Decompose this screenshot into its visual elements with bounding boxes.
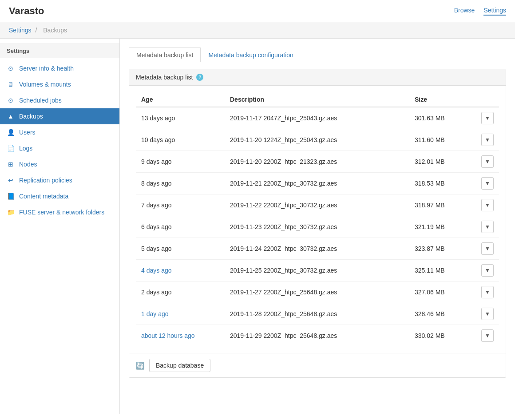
cell-description: 2019-11-20 1224Z_htpc_25043.gz.aes <box>225 129 409 151</box>
cell-size: 318.53 MB <box>409 173 476 194</box>
sidebar-item-logs[interactable]: 📄 Logs <box>0 140 119 156</box>
cell-age: 7 days ago <box>136 194 225 216</box>
cell-age: 2 days ago <box>136 281 225 303</box>
nav-settings[interactable]: Settings <box>483 7 506 16</box>
main-layout: Settings ⊙ Server info & health 🖥 Volume… <box>0 39 515 414</box>
download-button[interactable]: ▼ <box>481 177 494 190</box>
sidebar: Settings ⊙ Server info & health 🖥 Volume… <box>0 39 120 414</box>
age-link[interactable]: 4 days ago <box>141 267 172 274</box>
cell-age: 13 days ago <box>136 107 225 129</box>
sidebar-item-server-info[interactable]: ⊙ Server info & health <box>0 60 119 76</box>
breadcrumb-current: Backups <box>43 27 67 34</box>
download-button[interactable]: ▼ <box>481 112 494 124</box>
sidebar-item-backups[interactable]: ▲ Backups <box>0 108 119 124</box>
cell-description: 2019-11-29 2200Z_htpc_25648.gz.aes <box>225 325 409 347</box>
cell-description: 2019-11-27 2200Z_htpc_25648.gz.aes <box>225 281 409 303</box>
col-header-size: Size <box>409 92 476 107</box>
cell-size: 328.46 MB <box>409 303 476 325</box>
cell-description: 2019-11-28 2200Z_htpc_25648.gz.aes <box>225 303 409 325</box>
download-button[interactable]: ▼ <box>481 242 494 255</box>
sidebar-item-volumes[interactable]: 🖥 Volumes & mounts <box>0 76 119 92</box>
sidebar-item-label: Content metadata <box>19 193 68 200</box>
replication-icon: ↩ <box>7 176 15 184</box>
cell-age: 1 day ago <box>136 303 225 325</box>
sidebar-item-content-metadata[interactable]: 📘 Content metadata <box>0 188 119 204</box>
users-icon: 👤 <box>7 128 15 136</box>
sidebar-item-scheduled-jobs[interactable]: ⊙ Scheduled jobs <box>0 92 119 108</box>
cell-age: 9 days ago <box>136 151 225 173</box>
cell-age: 4 days ago <box>136 260 225 281</box>
cell-description: 2019-11-24 2200Z_htpc_30732.gz.aes <box>225 238 409 260</box>
cell-description: 2019-11-20 2200Z_htpc_21323.gz.aes <box>225 151 409 173</box>
cell-action: ▼ <box>476 260 499 281</box>
nav-browse[interactable]: Browse <box>454 7 475 16</box>
refresh-icon[interactable]: 🔄 <box>136 361 145 370</box>
download-button[interactable]: ▼ <box>481 308 494 320</box>
tab-metadata-backup-config[interactable]: Metadata backup configuration <box>201 48 301 62</box>
table-row: about 12 hours ago2019-11-29 2200Z_htpc_… <box>136 325 499 347</box>
cell-description: 2019-11-22 2200Z_htpc_30732.gz.aes <box>225 194 409 216</box>
cell-description: 2019-11-17 2047Z_htpc_25043.gz.aes <box>225 107 409 129</box>
cell-action: ▼ <box>476 281 499 303</box>
table-row: 9 days ago2019-11-20 2200Z_htpc_21323.gz… <box>136 151 499 173</box>
sidebar-item-label: Backups <box>19 113 43 120</box>
content-area: Metadata backup list Metadata backup con… <box>120 39 515 414</box>
sidebar-item-users[interactable]: 👤 Users <box>0 124 119 140</box>
sidebar-item-nodes[interactable]: ⊞ Nodes <box>0 156 119 172</box>
sidebar-item-label: Replication policies <box>19 177 72 184</box>
age-link[interactable]: 1 day ago <box>141 310 169 317</box>
cell-action: ▼ <box>476 303 499 325</box>
download-button[interactable]: ▼ <box>481 199 494 211</box>
cell-action: ▼ <box>476 325 499 347</box>
table-row: 1 day ago2019-11-28 2200Z_htpc_25648.gz.… <box>136 303 499 325</box>
age-link[interactable]: about 12 hours ago <box>141 332 195 339</box>
download-button[interactable]: ▼ <box>481 286 494 298</box>
action-row: 🔄 Backup database <box>129 353 506 377</box>
fuse-server-icon: 📁 <box>7 208 15 216</box>
cell-action: ▼ <box>476 194 499 216</box>
table-row: 8 days ago2019-11-21 2200Z_htpc_30732.gz… <box>136 173 499 194</box>
backup-database-button[interactable]: Backup database <box>149 359 210 372</box>
tabs: Metadata backup list Metadata backup con… <box>129 48 506 62</box>
sidebar-item-fuse-server[interactable]: 📁 FUSE server & network folders <box>0 204 119 220</box>
header-nav: Browse Settings <box>454 7 506 16</box>
sidebar-item-label: Logs <box>19 145 32 152</box>
cell-description: 2019-11-21 2200Z_htpc_30732.gz.aes <box>225 173 409 194</box>
help-icon[interactable]: ? <box>196 74 203 81</box>
cell-size: 318.97 MB <box>409 194 476 216</box>
table-row: 13 days ago2019-11-17 2047Z_htpc_25043.g… <box>136 107 499 129</box>
table-row: 5 days ago2019-11-24 2200Z_htpc_30732.gz… <box>136 238 499 260</box>
cell-size: 321.19 MB <box>409 216 476 238</box>
cell-age: 5 days ago <box>136 238 225 260</box>
content-metadata-icon: 📘 <box>7 192 15 200</box>
panel-header: Metadata backup list ? <box>129 69 506 86</box>
tab-metadata-backup-list[interactable]: Metadata backup list <box>129 48 201 62</box>
cell-action: ▼ <box>476 216 499 238</box>
sidebar-item-replication[interactable]: ↩ Replication policies <box>0 172 119 188</box>
cell-size: 301.63 MB <box>409 107 476 129</box>
cell-age: 8 days ago <box>136 173 225 194</box>
cell-size: 311.60 MB <box>409 129 476 151</box>
download-button[interactable]: ▼ <box>481 221 494 233</box>
breadcrumb-settings[interactable]: Settings <box>9 27 32 34</box>
table-row: 7 days ago2019-11-22 2200Z_htpc_30732.gz… <box>136 194 499 216</box>
cell-size: 325.11 MB <box>409 260 476 281</box>
sidebar-item-label: Volumes & mounts <box>19 81 71 88</box>
cell-size: 323.87 MB <box>409 238 476 260</box>
cell-action: ▼ <box>476 107 499 129</box>
scheduled-jobs-icon: ⊙ <box>7 96 15 104</box>
header: Varasto Browse Settings <box>0 0 515 22</box>
cell-action: ▼ <box>476 151 499 173</box>
backup-list-panel: Metadata backup list ? Age Description S… <box>129 69 506 378</box>
download-button[interactable]: ▼ <box>481 329 494 342</box>
table-row: 10 days ago2019-11-20 1224Z_htpc_25043.g… <box>136 129 499 151</box>
breadcrumb: Settings / Backups <box>0 22 515 39</box>
breadcrumb-separator: / <box>35 27 39 34</box>
download-button[interactable]: ▼ <box>481 134 494 146</box>
volumes-icon: 🖥 <box>7 80 15 88</box>
download-button[interactable]: ▼ <box>481 155 494 168</box>
download-button[interactable]: ▼ <box>481 264 494 277</box>
panel-title: Metadata backup list <box>136 74 193 81</box>
backup-table: Age Description Size 13 days ago2019-11-… <box>136 92 499 346</box>
nodes-icon: ⊞ <box>7 160 15 168</box>
